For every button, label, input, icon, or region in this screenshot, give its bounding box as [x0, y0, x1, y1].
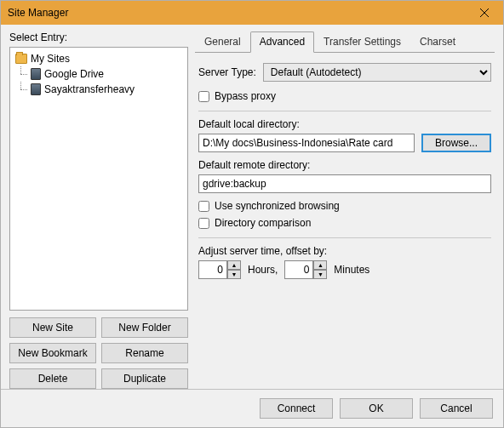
- sync-browsing-input[interactable]: [198, 201, 209, 212]
- close-button[interactable]: [466, 1, 503, 25]
- new-site-button[interactable]: New Site: [9, 317, 96, 338]
- hours-spinner[interactable]: ▲ ▼: [198, 260, 241, 279]
- server-icon: [31, 68, 41, 80]
- sync-browsing-checkbox[interactable]: Use synchronized browsing: [198, 200, 491, 212]
- server-type-select[interactable]: Default (Autodetect): [263, 63, 491, 82]
- dir-comparison-checkbox[interactable]: Directory comparison: [198, 217, 491, 229]
- tab-charset[interactable]: Charset: [410, 31, 465, 53]
- bypass-proxy-label: Bypass proxy: [215, 90, 276, 102]
- separator: [198, 237, 491, 238]
- hours-label: Hours,: [248, 264, 278, 276]
- adjust-time-label: Adjust server time, offset by:: [198, 245, 491, 257]
- bypass-proxy-input[interactable]: [198, 91, 209, 102]
- tab-general[interactable]: General: [195, 31, 250, 53]
- dir-comparison-label: Directory comparison: [215, 217, 311, 229]
- advanced-panel: Server Type: Default (Autodetect) Bypass…: [195, 53, 495, 389]
- titlebar: Site Manager: [1, 1, 503, 25]
- new-bookmark-button[interactable]: New Bookmark: [9, 343, 96, 363]
- folder-icon: [15, 54, 27, 64]
- minutes-label: Minutes: [334, 264, 369, 276]
- tree-root[interactable]: My Sites: [12, 51, 186, 66]
- cancel-button[interactable]: Cancel: [420, 398, 493, 419]
- minutes-spin-buttons: ▲ ▼: [313, 260, 327, 279]
- hours-up-button[interactable]: ▲: [227, 260, 241, 270]
- connect-button[interactable]: Connect: [260, 398, 333, 419]
- site-manager-window: Site Manager Select Entry: My Sites Goog…: [0, 0, 504, 428]
- rename-button[interactable]: Rename: [101, 343, 188, 363]
- hours-down-button[interactable]: ▼: [227, 270, 241, 279]
- minutes-input[interactable]: [284, 260, 313, 279]
- dialog-body: Select Entry: My Sites Google Drive Saya…: [1, 25, 503, 427]
- default-remote-input[interactable]: [198, 174, 491, 193]
- delete-button[interactable]: Delete: [9, 368, 96, 389]
- ok-button[interactable]: OK: [340, 398, 413, 419]
- window-title: Site Manager: [8, 7, 68, 19]
- default-local-input[interactable]: [198, 134, 415, 152]
- tab-transfer-settings[interactable]: Transfer Settings: [314, 31, 410, 53]
- default-remote-row: [198, 174, 491, 193]
- minutes-down-button[interactable]: ▼: [313, 270, 327, 279]
- browse-button[interactable]: Browse...: [421, 134, 491, 152]
- hours-spin-buttons: ▲ ▼: [227, 260, 241, 279]
- time-offset-row: ▲ ▼ Hours, ▲ ▼ Minutes: [198, 260, 491, 279]
- minutes-spinner[interactable]: ▲ ▼: [284, 260, 327, 279]
- separator: [198, 111, 491, 111]
- hours-input[interactable]: [198, 260, 227, 279]
- close-icon: [480, 9, 489, 17]
- sync-browsing-label: Use synchronized browsing: [215, 200, 340, 212]
- new-folder-button[interactable]: New Folder: [101, 317, 188, 338]
- select-entry-label: Select Entry:: [9, 31, 188, 43]
- dir-comparison-input[interactable]: [198, 218, 209, 229]
- right-panel: General Advanced Transfer Settings Chars…: [195, 31, 495, 389]
- default-local-label: Default local directory:: [198, 118, 491, 130]
- default-remote-label: Default remote directory:: [198, 159, 491, 171]
- entry-buttons: New Site New Folder New Bookmark Rename …: [9, 317, 188, 389]
- tab-bar: General Advanced Transfer Settings Chars…: [195, 31, 495, 53]
- site-tree[interactable]: My Sites Google Drive Sayaktransferheavy: [9, 47, 188, 311]
- server-type-label: Server Type:: [198, 66, 256, 78]
- tab-advanced[interactable]: Advanced: [250, 31, 314, 53]
- server-icon: [31, 83, 41, 95]
- tree-item-label: Google Drive: [44, 68, 104, 80]
- bypass-proxy-checkbox[interactable]: Bypass proxy: [198, 90, 491, 102]
- left-panel: Select Entry: My Sites Google Drive Saya…: [9, 31, 188, 389]
- minutes-up-button[interactable]: ▲: [313, 260, 327, 270]
- server-type-row: Server Type: Default (Autodetect): [198, 63, 491, 82]
- tree-root-label: My Sites: [31, 53, 70, 65]
- dialog-footer: Connect OK Cancel: [1, 389, 503, 427]
- default-local-row: Browse...: [198, 134, 491, 152]
- tree-item[interactable]: Google Drive: [12, 66, 186, 82]
- duplicate-button[interactable]: Duplicate: [101, 368, 188, 389]
- tree-item[interactable]: Sayaktransferheavy: [12, 82, 186, 97]
- main-area: Select Entry: My Sites Google Drive Saya…: [1, 25, 503, 389]
- tree-item-label: Sayaktransferheavy: [44, 83, 135, 95]
